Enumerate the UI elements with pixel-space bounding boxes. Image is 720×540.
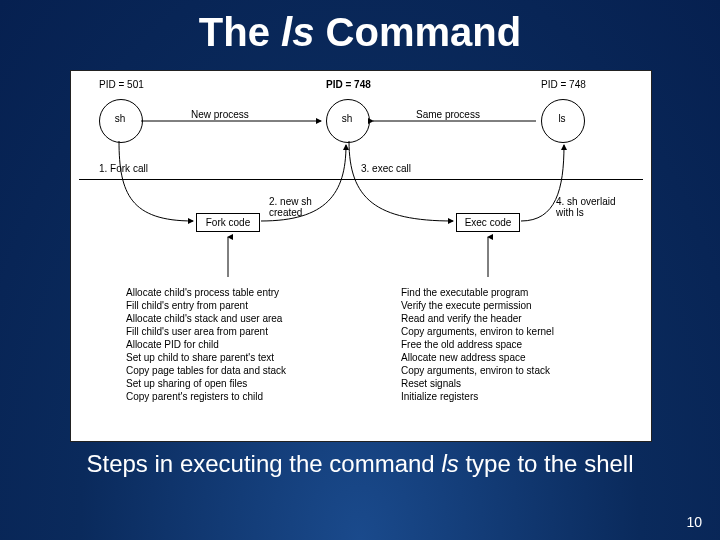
title-pre: The	[199, 10, 281, 54]
box-exec-code: Exec code	[456, 213, 520, 232]
arrow-exec-up	[481, 233, 495, 281]
caption-post: type to the shell	[459, 450, 634, 477]
pid-label-2: PID = 748	[326, 79, 371, 90]
slide-caption: Steps in executing the command ls type t…	[0, 450, 720, 478]
node-ls-label: ls	[541, 113, 583, 124]
caption-pre: Steps in executing the command	[87, 450, 442, 477]
pid-label-1: PID = 501	[99, 79, 144, 90]
slide: The ls Command PID = 501 PID = 748 PID =…	[0, 0, 720, 540]
node-sh-child-label: sh	[326, 113, 368, 124]
title-post: Command	[314, 10, 521, 54]
caption-it: ls	[441, 450, 458, 477]
page-number: 10	[686, 514, 702, 530]
slide-title: The ls Command	[0, 10, 720, 55]
exec-steps-list: Find the executable program Verify the e…	[401, 286, 554, 403]
fork-steps-list: Allocate child's process table entry Fil…	[126, 286, 286, 403]
title-ls: ls	[281, 10, 314, 54]
arrow-fork-up	[221, 233, 235, 281]
box-fork-code: Fork code	[196, 213, 260, 232]
curve-overlay	[516, 139, 616, 239]
arrow-new-process	[141, 101, 326, 141]
node-sh-parent-label: sh	[99, 113, 141, 124]
arrow-same-process	[368, 101, 541, 141]
arrow-new-process-label: New process	[191, 109, 249, 120]
diagram-panel: PID = 501 PID = 748 PID = 748 sh sh ls N…	[70, 70, 652, 442]
arrow-same-process-label: Same process	[416, 109, 480, 120]
pid-label-3: PID = 748	[541, 79, 586, 90]
